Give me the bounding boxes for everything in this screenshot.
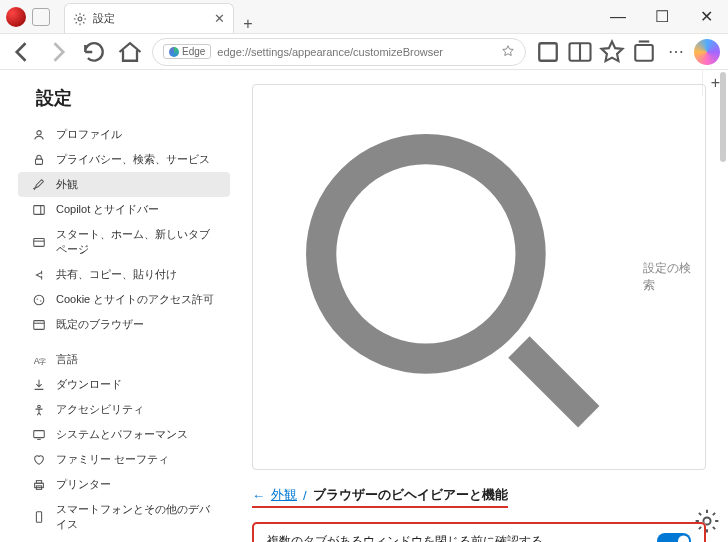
svg-rect-1: [539, 43, 557, 61]
svg-rect-16: [34, 320, 45, 329]
settings-row: 複数のタブがあるウィンドウを閉じる前に確認する: [253, 523, 705, 542]
tab-title: 設定: [93, 11, 115, 26]
breadcrumb-link[interactable]: 外観: [271, 486, 297, 504]
share-icon: [32, 268, 46, 282]
address-bar[interactable]: Edge edge://settings/appearance/customiz…: [152, 38, 526, 66]
sidebar-item-label: 言語: [56, 352, 78, 367]
svg-rect-26: [36, 512, 41, 523]
favorites-icon[interactable]: [598, 38, 626, 66]
svg-point-14: [37, 298, 38, 299]
settings-search[interactable]: 設定の検索: [252, 84, 706, 470]
breadcrumb-current: ブラウザーのビヘイビアーと機能: [313, 486, 508, 504]
tab-close-icon[interactable]: ✕: [214, 11, 225, 26]
settings-card: 複数のタブがあるウィンドウを閉じる前に確認するカスタム スクロール バーをオフに…: [252, 522, 706, 542]
sidebar-item-profile[interactable]: プロファイル: [18, 122, 230, 147]
sidebar-item-copilot[interactable]: Copilot とサイドバー: [18, 197, 230, 222]
svg-rect-9: [34, 205, 45, 214]
sidebar-item-download[interactable]: ダウンロード: [18, 372, 230, 397]
family-icon: [32, 453, 46, 467]
system-icon: [32, 428, 46, 442]
search-placeholder: 設定の検索: [643, 260, 695, 294]
printer-icon: [32, 478, 46, 492]
svg-point-13: [34, 295, 44, 305]
sidebar-item-family[interactable]: ファミリー セーフティ: [18, 447, 230, 472]
svg-text:字: 字: [39, 357, 46, 364]
favorite-icon[interactable]: [501, 44, 515, 60]
sidebar-item-phone[interactable]: スマートフォンとその他のデバイス: [18, 497, 230, 537]
svg-point-0: [78, 17, 82, 21]
sidebar-item-label: プリンター: [56, 477, 111, 492]
sidebar-item-label: スタート、ホーム、新しいタブ ページ: [56, 227, 220, 257]
row-label: 複数のタブがあるウィンドウを閉じる前に確認する: [267, 534, 657, 542]
breadcrumb-back-icon[interactable]: ←: [252, 488, 265, 503]
workspaces-icon[interactable]: [32, 8, 50, 26]
sidebar-item-label: 外観: [56, 177, 78, 192]
new-tab-button[interactable]: +: [234, 15, 262, 33]
sidebar-item-share[interactable]: 共有、コピー、貼り付け: [18, 262, 230, 287]
sidebar-item-cookie[interactable]: Cookie とサイトのアクセス許可: [18, 287, 230, 312]
access-icon: [32, 403, 46, 417]
sidebar-item-label: アクセシビリティ: [56, 402, 144, 417]
copilot-icon: [32, 203, 46, 217]
menu-button[interactable]: ⋯: [662, 38, 690, 66]
svg-rect-4: [635, 45, 653, 61]
svg-rect-21: [34, 430, 45, 437]
phone-icon: [32, 510, 46, 524]
profile-icon: [32, 128, 46, 142]
sidebar-item-lang[interactable]: A字言語: [18, 347, 230, 372]
sidebar-item-label: 共有、コピー、貼り付け: [56, 267, 177, 282]
sidebar-item-printer[interactable]: プリンター: [18, 472, 230, 497]
window-maximize[interactable]: ☐: [640, 0, 684, 34]
home-button[interactable]: [116, 38, 144, 66]
svg-point-28: [321, 149, 530, 358]
svg-point-7: [37, 130, 41, 134]
brush-icon: [32, 178, 46, 192]
window-minimize[interactable]: —: [596, 0, 640, 34]
search-icon: [263, 91, 635, 463]
sidebar-item-tab[interactable]: スタート、ホーム、新しいタブ ページ: [18, 222, 230, 262]
svg-line-29: [519, 347, 589, 417]
toggle-switch[interactable]: [657, 533, 691, 542]
tab-icon: [32, 235, 46, 249]
browser-icon: [32, 318, 46, 332]
sidebar-item-label: Cookie とサイトのアクセス許可: [56, 292, 214, 307]
breadcrumb: ← 外観 / ブラウザーのビヘイビアーと機能: [252, 486, 508, 508]
split-icon[interactable]: [566, 38, 594, 66]
back-button[interactable]: [8, 38, 36, 66]
sidebar-item-label: スマートフォンとその他のデバイス: [56, 502, 220, 532]
svg-rect-11: [34, 239, 45, 247]
gear-icon: [73, 12, 87, 26]
sidebar-item-reset[interactable]: 設定のリセット: [18, 537, 230, 542]
sidebar-item-brush[interactable]: 外観: [18, 172, 230, 197]
forward-button: [44, 38, 72, 66]
sidebar-item-browser[interactable]: 既定のブラウザー: [18, 312, 230, 337]
settings-title: 設定: [36, 86, 230, 110]
url-text: edge://settings/appearance/customizeBrow…: [217, 46, 443, 58]
edge-badge: Edge: [163, 44, 211, 59]
copilot-icon[interactable]: [694, 39, 720, 65]
svg-rect-24: [36, 480, 41, 483]
lang-icon: A字: [32, 353, 46, 367]
sidebar-item-label: 既定のブラウザー: [56, 317, 144, 332]
sidebar-item-label: ファミリー セーフティ: [56, 452, 169, 467]
sidebar-item-label: プライバシー、検索、サービス: [56, 152, 210, 167]
sidebar-item-system[interactable]: システムとパフォーマンス: [18, 422, 230, 447]
tab-settings[interactable]: 設定 ✕: [64, 3, 234, 33]
extensions-icon[interactable]: [534, 38, 562, 66]
refresh-button[interactable]: [80, 38, 108, 66]
sidebar-item-lock[interactable]: プライバシー、検索、サービス: [18, 147, 230, 172]
window-close[interactable]: ✕: [684, 0, 728, 34]
sidebar-item-label: システムとパフォーマンス: [56, 427, 188, 442]
svg-rect-8: [36, 159, 43, 164]
lock-icon: [32, 153, 46, 167]
sidebar-item-label: プロファイル: [56, 127, 122, 142]
svg-point-20: [38, 405, 41, 408]
svg-point-15: [40, 300, 41, 301]
sidebar-item-access[interactable]: アクセシビリティ: [18, 397, 230, 422]
cookie-icon: [32, 293, 46, 307]
sidebar-item-label: ダウンロード: [56, 377, 122, 392]
download-icon: [32, 378, 46, 392]
app-icon: [6, 7, 26, 27]
collections-icon[interactable]: [630, 38, 658, 66]
sidebar-item-label: Copilot とサイドバー: [56, 202, 159, 217]
